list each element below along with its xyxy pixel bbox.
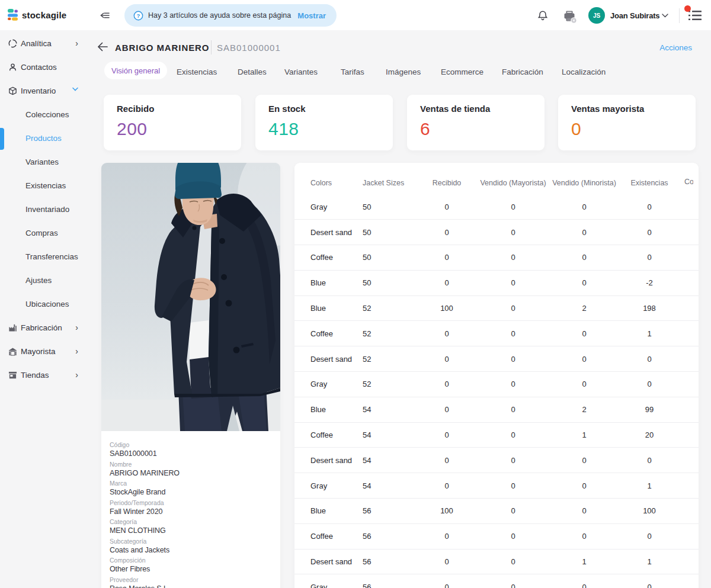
svg-text:?: ? xyxy=(137,12,140,18)
